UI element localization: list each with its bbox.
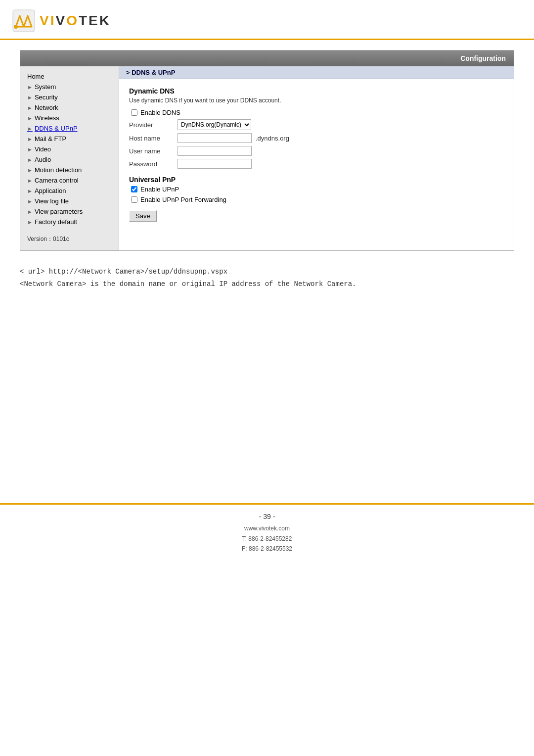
password-label: Password [129, 160, 174, 168]
enable-upnp-label: Enable UPnP [140, 186, 179, 193]
footer-contact: www.vivotek.com T: 886-2-82455282 F: 886… [0, 523, 534, 554]
arrow-icon-audio: ► [27, 157, 33, 163]
sidebar-item-mail-ftp[interactable]: ► Mail & FTP [20, 134, 119, 144]
camera-label: Camera control [35, 177, 79, 184]
provider-select[interactable]: DynDNS.org(Dynamic) DynDNS.org(Static) T… [178, 119, 251, 130]
host-name-label: Host name [129, 135, 174, 142]
enable-port-forwarding-row: Enable UPnP Port Forwarding [131, 196, 504, 203]
arrow-icon-video: ► [27, 146, 33, 152]
arrow-icon-camera: ► [27, 178, 33, 184]
sidebar-item-wireless[interactable]: ► Wireless [20, 113, 119, 123]
sidebar-item-factory-default[interactable]: ► Factory default [20, 217, 119, 227]
motion-label: Motion detection [35, 166, 82, 174]
arrow-icon-system: ► [27, 84, 33, 90]
user-name-row: User name [129, 146, 504, 156]
home-label: Home [27, 73, 44, 80]
main-wrapper: Configuration Home ► System ► Security [0, 40, 534, 305]
enable-port-forwarding-checkbox[interactable] [131, 196, 137, 203]
footer-website: www.vivotek.com [0, 523, 534, 533]
arrow-icon-security: ► [27, 94, 33, 100]
arrow-icon-mail: ► [27, 136, 33, 142]
enable-ddns-checkbox[interactable] [131, 109, 137, 116]
provider-row: Provider DynDNS.org(Dynamic) DynDNS.org(… [129, 119, 504, 130]
arrow-icon-application: ► [27, 188, 33, 194]
logo-text: VIVOTEK [40, 13, 111, 29]
password-input[interactable] [178, 159, 252, 169]
page-header: VIVOTEK [0, 0, 534, 40]
mail-label: Mail & FTP [35, 135, 66, 142]
footer-phone: T: 886-2-82455282 [0, 534, 534, 544]
config-header: Configuration [20, 50, 514, 66]
content-inner: Dynamic DNS Use dynamic DNS if you want … [119, 79, 514, 230]
provider-label: Provider [129, 121, 174, 129]
universal-pnp-title: Universal PnP [129, 176, 504, 184]
sidebar-item-motion-detection[interactable]: ► Motion detection [20, 165, 119, 175]
user-name-input[interactable] [178, 146, 252, 156]
page-footer: - 39 - www.vivotek.com T: 886-2-82455282… [0, 503, 534, 559]
arrow-icon-log: ► [27, 198, 33, 204]
network-label: Network [35, 104, 58, 111]
dynamic-dns-desc: Use dynamic DNS if you want to use your … [129, 97, 504, 104]
url-line1: < url> http://<Network Camera>/setup/ddn… [20, 266, 514, 278]
host-name-row: Host name .dyndns.org [129, 133, 504, 143]
user-name-label: User name [129, 147, 174, 155]
page-number: - 39 - [0, 513, 534, 520]
config-panel: Configuration Home ► System ► Security [20, 50, 514, 251]
log-label: View log file [35, 197, 69, 205]
audio-label: Audio [35, 156, 51, 163]
arrow-icon-motion: ► [27, 167, 33, 173]
host-name-suffix: .dyndns.org [256, 135, 289, 142]
sidebar-item-view-log-file[interactable]: ► View log file [20, 196, 119, 206]
ddns-label: DDNS & UPnP [35, 125, 78, 132]
sidebar-item-network[interactable]: ► Network [20, 102, 119, 113]
sidebar-item-camera-control[interactable]: ► Camera control [20, 175, 119, 186]
url-info: < url> http://<Network Camera>/setup/ddn… [20, 261, 514, 295]
logo: VIVOTEK [12, 9, 522, 33]
svg-point-2 [14, 25, 18, 29]
sidebar-item-home[interactable]: Home [20, 71, 119, 82]
sidebar: Home ► System ► Security ► Network [20, 66, 119, 250]
factory-label: Factory default [35, 218, 77, 226]
enable-port-forwarding-label: Enable UPnP Port Forwarding [140, 196, 226, 203]
sidebar-item-video[interactable]: ► Video [20, 144, 119, 154]
arrow-icon-factory: ► [27, 219, 33, 225]
breadcrumb: > DDNS & UPnP [119, 66, 514, 79]
system-label: System [35, 83, 56, 91]
password-row: Password [129, 159, 504, 169]
sidebar-item-security[interactable]: ► Security [20, 92, 119, 102]
enable-upnp-row: Enable UPnP [131, 186, 504, 193]
version-label: Version： [27, 236, 53, 242]
content-area: > DDNS & UPnP Dynamic DNS Use dynamic DN… [119, 66, 514, 250]
wireless-label: Wireless [35, 114, 59, 122]
config-body: Home ► System ► Security ► Network [20, 66, 514, 250]
arrow-icon-network: ► [27, 105, 33, 111]
enable-ddns-label: Enable DDNS [140, 109, 180, 116]
config-title: Configuration [460, 54, 506, 62]
sidebar-item-audio[interactable]: ► Audio [20, 154, 119, 165]
enable-upnp-checkbox[interactable] [131, 186, 137, 192]
video-label: Video [35, 145, 51, 153]
save-button-container: Save [129, 206, 504, 222]
security-label: Security [35, 94, 58, 101]
dynamic-dns-title: Dynamic DNS [129, 87, 504, 95]
host-name-input[interactable] [178, 133, 252, 143]
arrow-icon-ddns: ► [27, 126, 33, 132]
arrow-icon-params: ► [27, 209, 33, 215]
footer-fax: F: 886-2-82455532 [0, 544, 534, 554]
enable-ddns-row: Enable DDNS [131, 109, 504, 116]
version-info: Version：0101c [20, 227, 119, 245]
version-value: 0101c [53, 236, 69, 242]
sidebar-item-application[interactable]: ► Application [20, 186, 119, 196]
application-label: Application [35, 187, 66, 194]
url-line2: <Network Camera> is the domain name or o… [20, 278, 514, 290]
sidebar-item-ddns-upnp[interactable]: ► DDNS & UPnP [20, 123, 119, 134]
sidebar-item-view-parameters[interactable]: ► View parameters [20, 206, 119, 217]
save-button[interactable]: Save [129, 210, 157, 222]
sidebar-item-system[interactable]: ► System [20, 82, 119, 92]
arrow-icon-wireless: ► [27, 115, 33, 121]
breadcrumb-text: > DDNS & UPnP [126, 69, 175, 76]
params-label: View parameters [35, 208, 83, 215]
logo-icon [12, 9, 36, 33]
